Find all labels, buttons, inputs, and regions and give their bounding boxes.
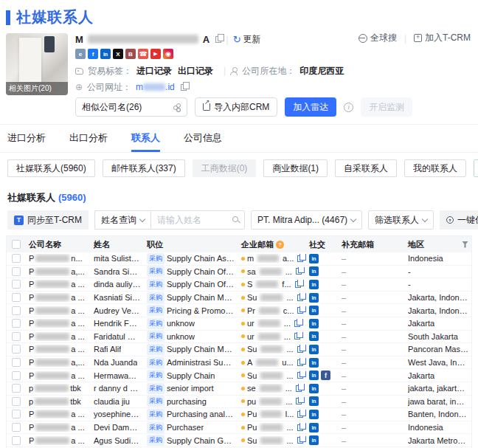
copy-email-icon[interactable] bbox=[297, 255, 303, 262]
export-excel-button[interactable]: X 导出 Excel bbox=[474, 159, 478, 177]
company-filter-select[interactable]: PT. Mitra Adip... (4467) bbox=[251, 210, 362, 230]
phone-icon[interactable]: ☎ bbox=[138, 49, 148, 59]
contact-tab-我的联系人[interactable]: 我的联系人 bbox=[404, 159, 466, 177]
copy-email-icon[interactable] bbox=[297, 346, 303, 353]
table-row[interactable]: Pa ... dinda auliya adha 采购 Supply Chain… bbox=[7, 278, 471, 292]
copy-email-icon[interactable] bbox=[297, 437, 303, 444]
row-checkbox[interactable] bbox=[12, 306, 21, 315]
add-radar-button[interactable]: 加入雷达 bbox=[285, 97, 336, 117]
linkedin-icon[interactable]: in bbox=[309, 396, 319, 406]
info-icon[interactable]: i bbox=[344, 103, 353, 112]
row-checkbox[interactable] bbox=[12, 267, 21, 276]
global-search-button[interactable]: 全球搜 bbox=[358, 32, 397, 44]
refresh-button[interactable]: ↻ 更新 bbox=[233, 33, 261, 46]
linkedin-icon[interactable]: in bbox=[309, 293, 319, 303]
similar-companies-button[interactable]: 相似公司名(26) bbox=[75, 97, 187, 117]
contact-tab-商业数据(1)[interactable]: 商业数据(1) bbox=[263, 159, 328, 177]
monitor-button[interactable]: 开启监测 bbox=[361, 97, 412, 117]
copy-email-icon[interactable] bbox=[296, 385, 302, 392]
contact-tab-社媒联系人(5960)[interactable]: 社媒联系人(5960) bbox=[7, 159, 95, 177]
table-row[interactable]: Pa,... Sandra Sianipar 采购 Supply Chain O… bbox=[7, 266, 471, 279]
table-row[interactable]: Pa ... Audrey Vellicia 采购 Pricing & Prom… bbox=[7, 304, 471, 317]
table-row[interactable]: Pa ... Hermawan Sapu... 采购 Supply Chain … bbox=[7, 369, 471, 382]
copy-email-icon[interactable] bbox=[297, 294, 303, 301]
linkedin-icon[interactable]: in bbox=[309, 306, 319, 315]
copy-email-icon[interactable] bbox=[297, 372, 303, 379]
facebook-icon[interactable]: f bbox=[321, 371, 330, 380]
row-checkbox[interactable] bbox=[12, 397, 21, 406]
contact-tab-邮件联系人(337)[interactable]: 邮件联系人(337) bbox=[103, 159, 185, 177]
tab-公司信息[interactable]: 公司信息 bbox=[184, 125, 222, 152]
linkedin-icon[interactable]: in bbox=[309, 384, 319, 393]
row-checkbox[interactable] bbox=[12, 436, 21, 445]
row-checkbox[interactable] bbox=[12, 423, 21, 432]
region-filter-icon[interactable] bbox=[462, 241, 468, 248]
copy-company-name-icon[interactable] bbox=[215, 36, 221, 43]
linkedin-icon[interactable]: in bbox=[309, 410, 319, 419]
copy-email-icon[interactable] bbox=[295, 281, 301, 288]
name-query-select[interactable]: 姓名查询 bbox=[94, 210, 150, 230]
linkedin-icon[interactable]: in bbox=[100, 49, 111, 59]
table-row[interactable]: Pa ... yosephine liviane 采购 Purchasing a… bbox=[7, 408, 471, 421]
table-row[interactable]: Pa ... Faridatul Hidzroh 采购 unknow ur...… bbox=[7, 331, 471, 344]
copy-email-icon[interactable] bbox=[297, 411, 303, 418]
linkedin-icon[interactable]: in bbox=[309, 423, 319, 433]
row-checkbox[interactable] bbox=[12, 254, 21, 263]
tab-联系人[interactable]: 联系人 bbox=[131, 125, 160, 152]
linkedin-icon[interactable]: in bbox=[309, 280, 319, 289]
contact-filter-select[interactable]: 筛选联系人 bbox=[368, 210, 434, 230]
search-input[interactable] bbox=[150, 210, 245, 230]
website-link[interactable]: m.id bbox=[136, 82, 175, 92]
linkedin-icon[interactable]: in bbox=[309, 371, 319, 380]
company-photo[interactable]: 相关图片(20) bbox=[6, 33, 68, 95]
row-checkbox[interactable] bbox=[12, 293, 21, 302]
copy-email-icon[interactable] bbox=[294, 320, 300, 327]
row-checkbox[interactable] bbox=[12, 371, 21, 380]
linkedin-icon[interactable]: in bbox=[309, 435, 319, 445]
row-checkbox[interactable] bbox=[12, 319, 21, 328]
contact-tab-工商数据(0)[interactable]: 工商数据(0) bbox=[193, 159, 257, 177]
copy-email-icon[interactable] bbox=[296, 398, 302, 404]
copy-email-icon[interactable] bbox=[297, 424, 303, 431]
youtube-icon[interactable]: ▶ bbox=[150, 49, 161, 59]
email-icon[interactable]: e bbox=[75, 49, 86, 59]
sync-tcrm-button[interactable]: T 同步至T-CRM bbox=[7, 210, 89, 230]
table-row[interactable]: Pa ... Hendrik Fendi 采购 unknow ur... in … bbox=[7, 317, 471, 331]
linkedin-icon[interactable]: in bbox=[309, 345, 319, 354]
copy-website-icon[interactable] bbox=[181, 84, 187, 91]
copy-email-icon[interactable] bbox=[296, 268, 302, 275]
row-checkbox[interactable] bbox=[12, 358, 21, 367]
import-crm-button[interactable]: 导入内部CRM bbox=[195, 97, 277, 117]
table-row[interactable]: Pa ... Agus Sudiharjo 采购 Supply Chain Go… bbox=[7, 434, 471, 447]
copy-email-icon[interactable] bbox=[297, 359, 303, 366]
row-checkbox[interactable] bbox=[12, 410, 21, 418]
select-all-checkbox[interactable] bbox=[12, 240, 21, 249]
linkedin-icon[interactable]: in bbox=[309, 266, 319, 276]
linkedin-icon[interactable]: in bbox=[309, 358, 319, 368]
row-checkbox[interactable] bbox=[12, 345, 21, 354]
help-icon[interactable]: ? bbox=[276, 241, 284, 249]
table-row[interactable]: Pn... mita Sulistyandari 采购 Supply Chain… bbox=[7, 252, 471, 266]
tab-出口分析[interactable]: 出口分析 bbox=[69, 125, 108, 152]
row-checkbox[interactable] bbox=[12, 332, 21, 341]
row-checkbox[interactable] bbox=[12, 384, 21, 393]
row-checkbox[interactable] bbox=[12, 280, 21, 289]
x-icon[interactable]: X bbox=[113, 49, 123, 59]
instagram-icon[interactable]: ◉ bbox=[163, 49, 173, 59]
blog-icon[interactable]: B bbox=[125, 49, 136, 59]
join-tcrm-button[interactable]: 加入T-CRM bbox=[414, 32, 471, 44]
table-row[interactable]: Pa ... Kasniati Sinaga 采购 Supply Chain M… bbox=[7, 292, 471, 305]
facebook-icon[interactable]: f bbox=[88, 49, 98, 59]
copy-email-icon[interactable] bbox=[294, 333, 300, 340]
table-row[interactable]: ptbk claudia jiu 采购 purchasing pu... in … bbox=[7, 396, 471, 409]
table-row[interactable]: Pa,... Nda Juanda 采购 Administrasi Supply… bbox=[7, 356, 471, 370]
quick-select-button[interactable]: 一键优选 bbox=[440, 210, 478, 230]
linkedin-icon[interactable]: in bbox=[309, 331, 319, 341]
table-row[interactable]: Pa ... Devi Damayanti 采购 Purchaser Pu...… bbox=[7, 421, 471, 435]
linkedin-icon[interactable]: in bbox=[309, 254, 319, 263]
linkedin-icon[interactable]: in bbox=[309, 319, 319, 328]
copy-email-icon[interactable] bbox=[297, 307, 303, 314]
tab-进口分析[interactable]: 进口分析 bbox=[7, 125, 46, 152]
table-row[interactable]: ptbk r danny d nurpat... 采购 senior impor… bbox=[7, 382, 471, 396]
table-row[interactable]: Pa ... Rafi Alif 采购 Supply Chain Managem… bbox=[7, 343, 471, 356]
